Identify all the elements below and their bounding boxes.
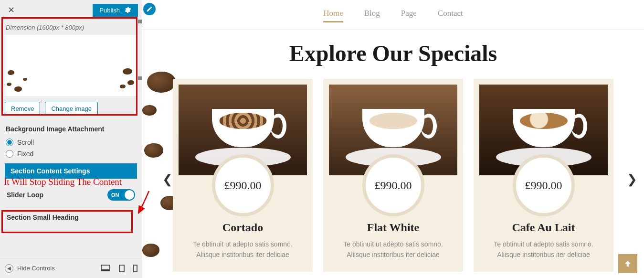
site-nav: Home Blog Page Contact — [142, 0, 644, 30]
product-name: Cortado — [179, 221, 307, 234]
annotation-text: It Will Stop Sliding The Content — [4, 177, 122, 187]
mobile-icon[interactable] — [133, 265, 137, 272]
scroll-to-top-button[interactable] — [618, 254, 637, 273]
image-button-row: Remove Change image — [5, 100, 137, 119]
publish-button[interactable]: Publish — [93, 4, 138, 17]
pencil-icon — [146, 6, 153, 12]
nav-home[interactable]: Home — [323, 9, 343, 22]
radio-scroll-input[interactable] — [6, 139, 13, 146]
dimension-hint: Dimension (1600px * 800px) — [5, 20, 137, 35]
sidebar-panel: Dimension (1600px * 800px) Remove Change… — [0, 20, 142, 232]
hide-controls-button[interactable]: ◀ Hide Controls — [5, 264, 55, 273]
radio-fixed[interactable]: Fixed — [5, 148, 137, 160]
product-name: Flat White — [329, 221, 457, 234]
slider-next-button[interactable]: ❯ — [627, 172, 637, 187]
product-card[interactable]: £990.00 Cafe Au Lait Te obtinuit ut adep… — [474, 79, 613, 272]
sidebar-top-bar: ✕ Publish — [0, 0, 142, 20]
sidebar-bottom-bar: ◀ Hide Controls — [0, 258, 142, 278]
scroll-indicator-top — [138, 20, 142, 23]
gear-icon — [125, 7, 131, 13]
image-preview[interactable] — [5, 35, 137, 96]
publish-button-label: Publish — [99, 7, 120, 14]
slider-loop-state: ON — [111, 192, 119, 198]
nav-contact[interactable]: Contact — [438, 9, 463, 22]
slider-loop-toggle[interactable]: ON — [107, 189, 135, 201]
section-small-heading-accordion[interactable]: Section Small Heading — [5, 207, 137, 227]
arrow-up-icon — [623, 259, 632, 268]
product-name: Cafe Au Lait — [479, 221, 608, 234]
hide-controls-label: Hide Controls — [17, 265, 55, 272]
chevron-left-icon: ◀ — [5, 264, 13, 273]
toggle-knob — [125, 190, 134, 200]
price-badge: £990.00 — [362, 154, 424, 216]
change-image-button[interactable]: Change image — [45, 102, 98, 116]
customizer-sidebar: ✕ Publish Dimension (1600px * 800px) Rem… — [0, 0, 142, 278]
slider-loop-label: Slider Loop — [7, 191, 43, 199]
product-cards: £990.00 Cortado Te obtinuit ut adepto sa… — [142, 79, 644, 272]
radio-fixed-input[interactable] — [6, 150, 13, 158]
hero-title: Explore Our Specials — [142, 30, 644, 79]
nav-page[interactable]: Page — [401, 9, 417, 22]
price-badge: £990.00 — [513, 154, 575, 216]
close-icon[interactable]: ✕ — [4, 3, 19, 17]
radio-scroll-label: Scroll — [17, 139, 34, 146]
annotation-arrow — [135, 190, 154, 219]
radio-fixed-label: Fixed — [17, 150, 33, 158]
scroll-indicator-mid — [138, 76, 142, 80]
product-card[interactable]: £990.00 Flat White Te obtinuit ut adepto… — [323, 79, 463, 272]
edit-shortcut-button[interactable] — [143, 3, 156, 15]
remove-image-button[interactable]: Remove — [5, 102, 40, 116]
device-preview-icons — [101, 265, 137, 272]
tablet-icon[interactable] — [119, 265, 125, 272]
radio-scroll[interactable]: Scroll — [5, 137, 137, 148]
preview-pane: Home Blog Page Contact Explore Our Speci… — [142, 0, 644, 278]
product-desc: Te obtinuit ut adepto satis somno. Aliis… — [179, 239, 307, 260]
desktop-icon[interactable] — [101, 265, 110, 271]
slider-prev-button[interactable]: ❮ — [162, 172, 173, 187]
product-desc: Te obtinuit ut adepto satis somno. Aliis… — [329, 239, 457, 260]
price-badge: £990.00 — [212, 154, 274, 216]
product-desc: Te obtinuit ut adepto satis somno. Aliis… — [479, 239, 608, 260]
product-card[interactable]: £990.00 Cortado Te obtinuit ut adepto sa… — [173, 79, 313, 272]
nav-blog[interactable]: Blog — [364, 9, 380, 22]
bg-attachment-heading: Background Image Attachment — [5, 119, 137, 137]
